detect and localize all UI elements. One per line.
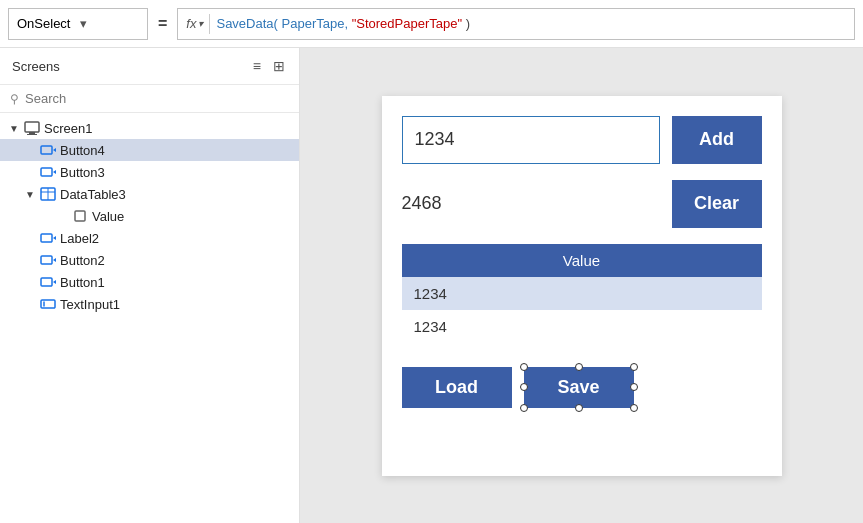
fx-chevron-icon: ▾ — [198, 18, 203, 29]
tree: ▼ Screen1 — [0, 113, 299, 523]
equals-icon: = — [152, 15, 173, 33]
textinput1-icon — [40, 296, 56, 312]
sidebar-item-datatable3[interactable]: ▼ DataTable3 — [0, 183, 299, 205]
svg-rect-15 — [41, 278, 52, 286]
handle-bot-right — [630, 404, 638, 412]
svg-rect-5 — [41, 168, 52, 176]
button2-icon — [40, 252, 56, 268]
button2-label: Button2 — [60, 253, 105, 268]
svg-marker-14 — [53, 258, 56, 262]
table-row: 1234 — [402, 277, 762, 310]
sidebar-item-screen1[interactable]: ▼ Screen1 — [0, 117, 299, 139]
svg-marker-16 — [53, 280, 56, 284]
datatable3-label: DataTable3 — [60, 187, 126, 202]
canvas-area: Add 2468 Clear Value 1234 — [300, 48, 863, 523]
datatable3-icon — [40, 186, 56, 202]
value-label: Value — [92, 209, 124, 224]
svg-marker-6 — [53, 170, 56, 174]
screen1-label: Screen1 — [44, 121, 92, 136]
value-checkbox-icon — [72, 208, 88, 224]
sidebar-icons: ≡ ⊞ — [251, 56, 287, 76]
save-btn-wrapper: Save — [524, 367, 634, 408]
sidebar-item-button2[interactable]: Button2 — [0, 249, 299, 271]
handle-bot-center — [575, 404, 583, 412]
table-cell-2: 1234 — [402, 310, 762, 343]
add-button[interactable]: Add — [672, 116, 762, 164]
search-input[interactable] — [25, 91, 289, 106]
sidebar-header: Screens ≡ ⊞ — [0, 48, 299, 85]
svg-rect-2 — [27, 134, 37, 135]
svg-rect-11 — [41, 234, 52, 242]
main-content: Screens ≡ ⊞ ⚲ ▼ Screen1 — [0, 48, 863, 523]
clear-button[interactable]: Clear — [672, 180, 762, 228]
canvas-textinput[interactable] — [402, 116, 660, 164]
sidebar-item-label2[interactable]: Label2 — [0, 227, 299, 249]
sidebar-item-button1[interactable]: Button1 — [0, 271, 299, 293]
formula-divider — [209, 14, 210, 34]
formula-func: SaveData( — [216, 16, 277, 31]
sidebar: Screens ≡ ⊞ ⚲ ▼ Screen1 — [0, 48, 300, 523]
formula-close: ) — [466, 16, 470, 31]
svg-rect-0 — [25, 122, 39, 132]
sidebar-item-value[interactable]: Value — [0, 205, 299, 227]
label2-icon — [40, 230, 56, 246]
label2-label: Label2 — [60, 231, 99, 246]
fx-label: fx ▾ — [186, 16, 203, 31]
table-cell-1: 1234 — [402, 277, 762, 310]
sidebar-item-button4[interactable]: Button4 — [0, 139, 299, 161]
handle-top-center — [575, 363, 583, 371]
button1-label: Button1 — [60, 275, 105, 290]
top-bar: OnSelect ▾ = fx ▾ SaveData( PaperTape, "… — [0, 0, 863, 48]
property-select-value: OnSelect — [17, 16, 76, 31]
property-select[interactable]: OnSelect ▾ — [8, 8, 148, 40]
canvas-datatable: Value 1234 1234 — [402, 244, 762, 343]
button1-icon — [40, 274, 56, 290]
handle-top-left — [520, 363, 528, 371]
load-button[interactable]: Load — [402, 367, 512, 408]
canvas-label: 2468 — [402, 189, 660, 218]
svg-rect-10 — [75, 211, 85, 221]
screen-icon — [24, 120, 40, 136]
handle-mid-left — [520, 383, 528, 391]
table-row: 1234 — [402, 310, 762, 343]
toggle-screen1: ▼ — [8, 123, 20, 134]
sidebar-item-textinput1[interactable]: TextInput1 — [0, 293, 299, 315]
canvas-row-1: Add — [402, 116, 762, 164]
toggle-datatable3: ▼ — [24, 189, 36, 200]
button4-icon — [40, 142, 56, 158]
svg-marker-4 — [53, 148, 56, 152]
sidebar-title: Screens — [12, 59, 60, 74]
sidebar-item-button3[interactable]: Button3 — [0, 161, 299, 183]
formula-string: "StoredPaperTape" — [352, 16, 462, 31]
datatable-header: Value — [402, 244, 762, 277]
handle-bot-left — [520, 404, 528, 412]
svg-rect-1 — [29, 132, 35, 134]
app-canvas: Add 2468 Clear Value 1234 — [382, 96, 782, 476]
handle-top-right — [630, 363, 638, 371]
svg-rect-17 — [41, 300, 55, 308]
button3-label: Button3 — [60, 165, 105, 180]
formula-bar[interactable]: fx ▾ SaveData( PaperTape, "StoredPaperTa… — [177, 8, 855, 40]
search-bar: ⚲ — [0, 85, 299, 113]
save-button[interactable]: Save — [524, 367, 634, 408]
property-select-chevron: ▾ — [80, 16, 139, 31]
svg-rect-3 — [41, 146, 52, 154]
list-view-icon[interactable]: ≡ — [251, 56, 263, 76]
formula-text: SaveData( PaperTape, "StoredPaperTape" ) — [216, 16, 470, 31]
search-icon: ⚲ — [10, 92, 19, 106]
grid-view-icon[interactable]: ⊞ — [271, 56, 287, 76]
formula-param1: PaperTape, — [282, 16, 349, 31]
button4-label: Button4 — [60, 143, 105, 158]
button3-icon — [40, 164, 56, 180]
handle-mid-right — [630, 383, 638, 391]
svg-marker-12 — [53, 236, 56, 240]
svg-rect-13 — [41, 256, 52, 264]
canvas-row-2: 2468 Clear — [402, 180, 762, 228]
textinput1-label: TextInput1 — [60, 297, 120, 312]
canvas-bottom-row: Load Save — [402, 359, 762, 408]
